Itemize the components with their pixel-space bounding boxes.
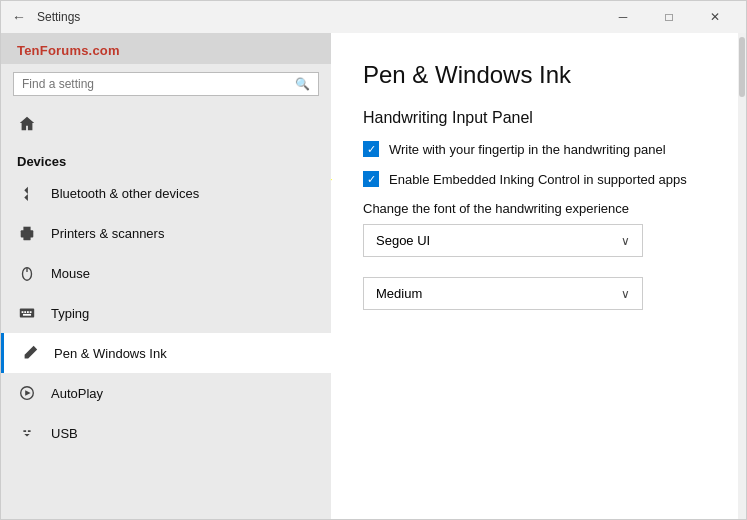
- mouse-icon: [17, 263, 37, 283]
- close-button[interactable]: ✕: [692, 1, 738, 33]
- window-title: Settings: [37, 10, 80, 24]
- svg-rect-6: [22, 311, 24, 313]
- sidebar-label-typing: Typing: [51, 306, 89, 321]
- titlebar-left: ← Settings: [9, 7, 80, 27]
- checkbox-label-embedded: Enable Embedded Inking Control in suppor…: [389, 172, 687, 187]
- sidebar-item-usb[interactable]: USB: [1, 413, 331, 453]
- sidebar-item-mouse[interactable]: Mouse: [1, 253, 331, 293]
- font-change-label: Change the font of the handwriting exper…: [363, 201, 706, 216]
- window-controls: ─ □ ✕: [600, 1, 738, 33]
- page-title: Pen & Windows Ink: [363, 61, 706, 89]
- usb-icon: [17, 423, 37, 443]
- checkbox-label-fingertip: Write with your fingertip in the handwri…: [389, 142, 666, 157]
- sidebar-item-typing[interactable]: Typing: [1, 293, 331, 333]
- typing-icon: [17, 303, 37, 323]
- checkmark-2: ✓: [367, 173, 376, 186]
- search-icon: 🔍: [295, 77, 310, 91]
- sidebar-section-label: Devices: [1, 144, 331, 173]
- sidebar-item-printers[interactable]: Printers & scanners: [1, 213, 331, 253]
- checkbox-row-2: 2. Turn On or Off ✓ Enable Embedded Inki…: [363, 171, 706, 187]
- scrollbar-thumb[interactable]: [739, 37, 745, 97]
- checkbox-embedded[interactable]: ✓: [363, 171, 379, 187]
- content-area: Pen & Windows Ink Handwriting Input Pane…: [331, 33, 738, 519]
- minimize-button[interactable]: ─: [600, 1, 646, 33]
- home-icon: [17, 114, 37, 134]
- section-title: Handwriting Input Panel: [363, 109, 706, 127]
- site-logo: TenForums.com: [1, 33, 331, 64]
- svg-rect-9: [30, 311, 32, 313]
- window: ← Settings ─ □ ✕ TenForums.com 🔍: [0, 0, 747, 520]
- svg-rect-7: [24, 311, 26, 313]
- font-dropdown[interactable]: Segoe UI ∨: [363, 224, 643, 257]
- font-dropdown-arrow: ∨: [621, 234, 630, 248]
- checkmark-1: ✓: [367, 143, 376, 156]
- autoplay-icon: [17, 383, 37, 403]
- sidebar-label-usb: USB: [51, 426, 78, 441]
- font-dropdown-value: Segoe UI: [376, 233, 430, 248]
- svg-rect-8: [27, 311, 29, 313]
- maximize-button[interactable]: □: [646, 1, 692, 33]
- sidebar-label-printers: Printers & scanners: [51, 226, 164, 241]
- size-dropdown[interactable]: Medium ∨: [363, 277, 643, 310]
- sidebar-item-autoplay[interactable]: AutoPlay: [1, 373, 331, 413]
- sidebar-label-bluetooth: Bluetooth & other devices: [51, 186, 199, 201]
- scrollbar-track[interactable]: [738, 33, 746, 519]
- sidebar-label-mouse: Mouse: [51, 266, 90, 281]
- svg-rect-1: [23, 236, 30, 241]
- sidebar-label-autoplay: AutoPlay: [51, 386, 103, 401]
- printer-icon: [17, 223, 37, 243]
- sidebar-item-home[interactable]: [1, 104, 331, 144]
- svg-rect-2: [23, 227, 30, 232]
- main-area: TenForums.com 🔍 Devices Bluetooth & othe…: [1, 33, 746, 519]
- search-box[interactable]: 🔍: [13, 72, 319, 96]
- svg-marker-12: [25, 390, 30, 395]
- sidebar: TenForums.com 🔍 Devices Bluetooth & othe…: [1, 33, 331, 519]
- svg-rect-10: [23, 314, 31, 316]
- pen-icon: [20, 343, 40, 363]
- size-dropdown-arrow: ∨: [621, 287, 630, 301]
- back-button[interactable]: ←: [9, 7, 29, 27]
- checkbox-row-1: ✓ Write with your fingertip in the handw…: [363, 141, 706, 157]
- sidebar-item-bluetooth[interactable]: Bluetooth & other devices: [1, 173, 331, 213]
- titlebar: ← Settings ─ □ ✕: [1, 1, 746, 33]
- search-input[interactable]: [22, 77, 289, 91]
- sidebar-item-pen[interactable]: Pen & Windows Ink 1. Click on: [1, 333, 331, 373]
- sidebar-label-pen: Pen & Windows Ink: [54, 346, 167, 361]
- bluetooth-icon: [17, 183, 37, 203]
- checkbox-fingertip[interactable]: ✓: [363, 141, 379, 157]
- size-dropdown-value: Medium: [376, 286, 422, 301]
